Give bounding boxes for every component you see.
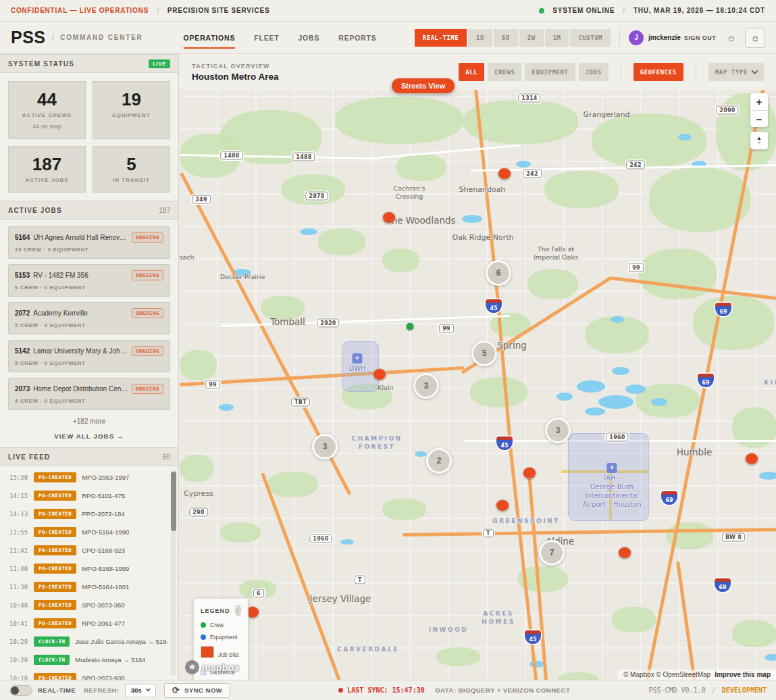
sync-now-button[interactable]: ⟳ SYNC NOW — [164, 683, 231, 698]
map-filter-jobs[interactable]: JOBS — [579, 63, 609, 81]
job-marker[interactable] — [745, 453, 758, 465]
feed-row[interactable]: 10:28CLOCK-INModesto Amaya → 5164 — [0, 651, 178, 669]
map-label-kin: KIN — [764, 379, 776, 387]
job-card[interactable]: 5153RV - 1482 FM 356ONGOING6 CREW · 0 EQ… — [8, 264, 170, 297]
job-card[interactable]: 5164UH Agnes Arnold Hall Renovation- Con… — [8, 226, 170, 259]
tab-jobs[interactable]: JOBS — [298, 22, 319, 53]
map-label-tomball: Tomball — [270, 316, 305, 328]
job-marker[interactable] — [373, 368, 386, 380]
job-id: 2072 — [15, 309, 30, 317]
map-label-bach: bach — [180, 253, 195, 261]
job-name: Lamar University Mary & John Gray Lib... — [33, 347, 128, 355]
stats-grid: 44ACTIVE CREWS44 on map19EQUIPMENT187ACT… — [0, 73, 178, 201]
feed-badge-po-created: PO-CREATED — [34, 491, 76, 501]
map-filter-all[interactable]: ALL — [459, 63, 484, 81]
map-filter-equipment[interactable]: EQUIPMENT — [525, 63, 575, 81]
zoom-out-button[interactable]: − — [750, 110, 768, 127]
range-real-time[interactable]: REAL-TIME — [415, 29, 467, 47]
range-custom[interactable]: CUSTOM — [570, 29, 611, 47]
app-logo: PSS — [11, 28, 46, 47]
zoom-in-button[interactable]: + — [750, 93, 768, 110]
job-card[interactable]: 2072Academy KerrvilleONGOING5 CREW · 0 E… — [8, 302, 170, 334]
job-card[interactable]: 5142Lamar University Mary & John Gray Li… — [8, 340, 170, 372]
compass-button[interactable]: ▲ ▼ — [750, 132, 768, 149]
feed-row[interactable]: 10:41PO-CREATEDRPO-2061-477 — [0, 614, 178, 632]
legend-title: LEGEND — [201, 607, 230, 614]
road-shield-99: 99 — [205, 380, 220, 389]
map-cluster[interactable]: 3 — [545, 418, 571, 443]
version-separator: / — [712, 686, 716, 694]
mapbox-logo[interactable]: ❋ mapbox — [185, 660, 239, 674]
realtime-toggle[interactable] — [9, 685, 32, 696]
view-all-jobs-link[interactable]: VIEW ALL JOBS → — [0, 431, 178, 447]
job-marker[interactable] — [523, 467, 536, 479]
map-cluster[interactable]: 2 — [426, 448, 452, 474]
header-divider — [619, 30, 620, 46]
job-marker[interactable] — [382, 211, 396, 224]
job-marker[interactable] — [498, 168, 511, 180]
feed-time: 11:30 — [9, 584, 28, 591]
geofences-button[interactable]: GEOFENCES — [633, 63, 683, 81]
feed-scrollbar-thumb[interactable] — [171, 472, 176, 531]
legend-info-button[interactable]: i — [235, 605, 241, 616]
crew-marker[interactable] — [407, 323, 414, 330]
feed-row[interactable]: 10:18PO-CREATEDSPO-2073-938 — [0, 669, 178, 680]
feed-row[interactable]: 11:40PO-CREATEDMPO-5168-1959 — [0, 559, 178, 578]
range-1d[interactable]: 1D — [468, 29, 492, 47]
stat-value: 19 — [96, 91, 167, 108]
avatar[interactable]: J — [629, 30, 644, 45]
map-canvas[interactable]: GrangerlandCochran'sCrossingThe Woodland… — [180, 90, 776, 680]
map-type-dropdown[interactable]: MAP TYPE — [708, 63, 764, 81]
feed-text: SPO-2073-360 — [82, 601, 124, 609]
map-overlay-layer: GrangerlandCochran'sCrossingThe Woodland… — [180, 90, 776, 680]
streets-view-tooltip[interactable]: Streets View — [392, 78, 455, 93]
map-header: TACTICAL OVERVIEW Houston Metro Area ALL… — [180, 54, 776, 90]
feed-row[interactable]: 11:42PO-CREATEDCPO-5168-923 — [0, 541, 178, 559]
tab-operations[interactable]: OPERATIONS — [184, 22, 236, 53]
sign-out-button[interactable]: SIGN OUT — [684, 34, 717, 41]
version-label: PSS-CMD V0.1.0 — [648, 686, 705, 694]
job-card-top: 5142Lamar University Mary & John Gray Li… — [15, 346, 163, 356]
job-marker[interactable] — [496, 499, 509, 511]
feed-row[interactable]: 14:13PO-CREATEDPPO-2072-184 — [0, 505, 178, 523]
improve-map-link[interactable]: Improve this map — [715, 671, 771, 678]
range-2w[interactable]: 2W — [519, 29, 544, 47]
job-card[interactable]: 2073Home Depot Distribution Center Repai… — [8, 378, 170, 410]
job-id: 5153 — [15, 272, 30, 279]
refresh-interval-select[interactable]: 30s — [125, 684, 156, 697]
map-cluster[interactable]: 3 — [312, 434, 338, 459]
feed-row[interactable]: 15:38PO-CREATEDMPO-2063-1997 — [0, 468, 178, 486]
toggle-knob — [11, 686, 19, 695]
feed-time: 10:28 — [9, 657, 28, 664]
map-cluster[interactable]: 7 — [539, 540, 565, 566]
map-cluster[interactable]: 5 — [471, 341, 497, 366]
range-1m[interactable]: 1M — [545, 29, 569, 47]
mapbox-icon: ❋ — [185, 660, 199, 674]
environment-label[interactable]: DEVELOPMENT — [722, 686, 767, 694]
top-bar-left: CONFIDENTIAL — LIVE OPERATIONS / PRECISI… — [11, 7, 269, 14]
map-label-champion-forest: CHAMPIONFOREST — [351, 435, 402, 451]
range-5d[interactable]: 5D — [494, 29, 518, 47]
map-cluster[interactable]: 3 — [413, 373, 439, 399]
feed-text: RPO-5101-475 — [82, 492, 125, 499]
tab-reports[interactable]: REPORTS — [338, 22, 376, 53]
job-marker[interactable] — [618, 547, 631, 559]
app-header: PSS / COMMAND CENTER OPERATIONSFLEETJOBS… — [0, 22, 776, 54]
theme-toggle-button[interactable]: ☼ — [745, 28, 765, 48]
nav-tabs: OPERATIONSFLEETJOBSREPORTS — [184, 22, 377, 53]
map-filter-crews[interactable]: CREWS — [488, 63, 521, 81]
live-feed-header: LIVE FEED 50 — [0, 447, 178, 466]
map-cluster[interactable]: 6 — [486, 260, 511, 286]
feed-row[interactable]: 11:55PO-CREATEDMPO-5164-1990 — [0, 523, 178, 541]
job-meta: 4 CREW · 0 EQUIPMENT — [15, 398, 163, 404]
feed-row[interactable]: 10:48PO-CREATEDSPO-2073-360 — [0, 596, 178, 614]
sync-now-label: SYNC NOW — [184, 686, 222, 694]
stat-label: IN TRANSIT — [96, 177, 167, 183]
brightness-icon[interactable]: ☼ — [726, 32, 736, 44]
feed-time: 15:38 — [9, 474, 28, 481]
legend-item-crew: Crew — [201, 622, 241, 628]
tab-fleet[interactable]: FLEET — [254, 22, 279, 53]
feed-row[interactable]: 11:30PO-CREATEDMPO-5164-1801 — [0, 578, 178, 596]
feed-row[interactable]: 10:29CLOCK-INJose Julio Garcia Amaya → 5… — [0, 632, 178, 651]
feed-row[interactable]: 14:15PO-CREATEDRPO-5101-475 — [0, 486, 178, 505]
